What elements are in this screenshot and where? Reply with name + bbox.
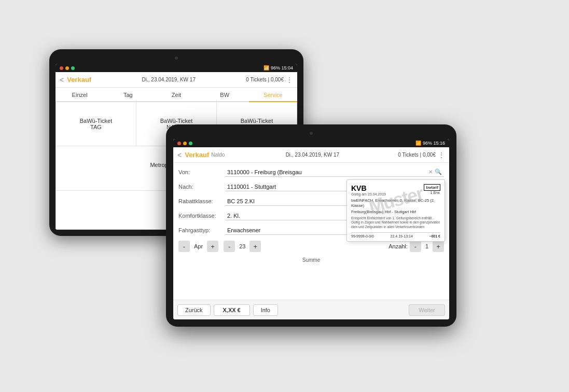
status-bar-front: 📶 96% 15:16 [173,139,449,147]
anzahl-minus-btn[interactable]: - [410,241,421,252]
form-area: Von: 3110000 - Freiburg (Breisgau ✕ 🔍 Na… [173,163,449,300]
front-camera-back [175,57,178,60]
month-plus-btn[interactable]: + [207,241,218,252]
price-button[interactable]: X,XX € [214,304,250,316]
tab-zeit[interactable]: Zeit [152,88,200,101]
app-bar-front: < Verkauf Naldo Di., 23.04.2019, KW 17 0… [173,147,449,163]
status-icons: 📶 96% 15:04 [263,65,293,71]
ticket-info-front: 0 Tickets | 0,00€ [398,152,436,158]
komfort-value: 2. Kl. [227,213,240,219]
tab-einzel[interactable]: Einzel [55,88,104,101]
app-bar-back: < Verkauf Di., 23.04.2019, KW 17 0 Ticke… [55,72,297,88]
naldo-label: Naldo [211,152,225,158]
rabatt-label: Rabattklasse: [178,198,225,204]
status-right-front: 📶 96% 15:16 [415,141,445,146]
ticket-overlay: KVB Gültig am 23.04.2019 bwtarif 1 Erw. … [346,179,445,242]
status-bar-dots [60,66,75,70]
anzahl-value: 1 [423,243,431,249]
month-minus-btn[interactable]: - [178,241,190,252]
back-arrow-front[interactable]: < [177,151,182,159]
anzahl-plus-btn[interactable]: + [433,241,444,252]
app-title-front: Verkauf [185,151,209,159]
rabatt-value: BC 25 2.Kl [227,198,255,204]
komfort-label: Komfortklasse: [178,213,225,219]
ticket-valid-date: 22.4.19-13:14 [391,234,413,238]
status-bar-back: 📶 96% 15:04 [55,64,297,72]
ticket-bwtarif: bwtarif 1 Erw. [424,184,440,194]
ticket-id: 99-9999-0-0/0 [351,234,374,238]
ticket-valid: Gültig am 23.04.2019 [351,192,386,196]
nach-label: Nach: [178,184,225,190]
von-input[interactable]: 3110000 - Freiburg (Breisgau ✕ 🔍 [225,167,444,177]
date-info-back: Di., 23.04.2019, KW 17 [91,77,246,82]
ticket-body-text: Entspricht Einfachfahrt von 1. Geltungsb… [351,216,440,229]
screen-front: 📶 96% 15:16 < Verkauf Naldo Di., 23.04.2… [173,139,449,319]
ticket-erw: 1 Erw. [431,191,440,194]
app-title-back: Verkauf [67,76,91,83]
tab-tag[interactable]: Tag [104,88,152,101]
back-arrow-back[interactable]: < [60,76,64,84]
day-plus-btn[interactable]: + [249,241,261,252]
ticket-price: ~001 € [429,234,440,238]
status-left-front [177,142,192,145]
month-value: Apr [192,243,205,249]
tab-service[interactable]: Service [249,88,297,101]
bottom-bar: Zurück X,XX € Info Weiter [173,300,449,319]
tabs-bar-back: Einzel Tag Zeit BW Service [55,88,297,102]
menu-back[interactable]: ⋮ [286,76,293,84]
day-value: 23 [237,243,247,249]
summe-label: Summe [178,256,444,263]
von-clear-icon[interactable]: ✕ [428,169,433,175]
ticket-footer: 99-9999-0-0/0 22.4.19-13:14 ~001 € [351,232,440,238]
nach-value: 1110001 - Stuttgart [227,184,276,190]
dot-yellow-f [183,142,187,145]
status-bar-right: 📶 96% 15:04 [263,65,293,71]
von-value: 3110000 - Freiburg (Breisgau [227,169,302,175]
form-row-von: Von: 3110000 - Freiburg (Breisgau ✕ 🔍 [178,166,444,178]
dot-red [60,66,63,70]
ticket-info-back: 0 Tickets | 0,00€ [246,77,284,82]
ticket-kvb: KVB [351,184,386,192]
bwtarif-label: bwtarif [424,184,440,191]
von-search-icon[interactable]: 🔍 [435,169,442,175]
ticket-route: Freiburg(Breisgau) Hbf - Stuttgart Hbf [351,209,440,215]
status-icons-front: 📶 96% 15:16 [415,141,445,146]
ticket-header: KVB Gültig am 23.04.2019 bwtarif 1 Erw. [351,184,440,196]
dot-green [71,66,75,70]
ticket-left: KVB Gültig am 23.04.2019 [351,184,386,196]
tab-bw[interactable]: BW [201,88,249,101]
tablet-front: 📶 96% 15:16 < Verkauf Naldo Di., 23.04.2… [166,124,456,327]
anzahl-section: Anzahl: - 1 + [388,241,444,252]
date-info-front: Di., 23.04.2019, KW 17 [227,152,398,158]
dot-yellow [65,66,69,70]
menu-front[interactable]: ⋮ [438,151,445,159]
weiter-button[interactable]: Weiter [409,304,445,316]
fahrgast-label: Fahrgasttyp: [178,227,225,233]
anzahl-label: Anzahl: [388,243,408,249]
info-button[interactable]: Info [253,304,278,316]
back-button[interactable]: Zurück [177,304,211,316]
ticket-description: bwEINFACH, Erwachsener, 2. Klasse, BC-25… [351,198,440,208]
fahrgast-value: Erwachsener [227,227,260,233]
front-camera-front [310,132,313,135]
day-minus-btn[interactable]: - [224,241,235,252]
dot-green-f [189,142,192,145]
grid-bawue-tag[interactable]: BaWü-Ticket TAG [56,102,136,146]
von-label: Von: [178,169,225,175]
dot-red-f [177,142,181,145]
